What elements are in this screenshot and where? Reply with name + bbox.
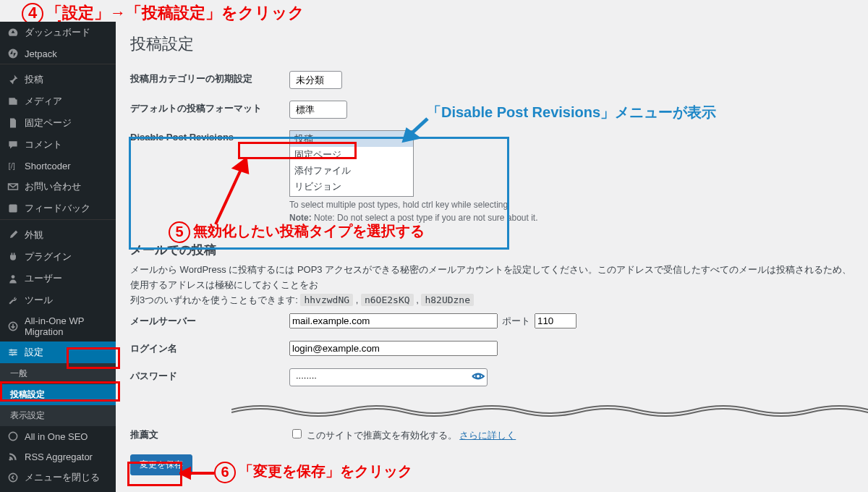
svg-point-12 [12,354,14,356]
sidebar-item-label: お問い合わせ [25,180,81,193]
recommend-link[interactable]: さらに詳しく [459,430,516,441]
settings-content: 投稿設定 投稿用カテゴリーの初期設定 未分類 デフォルトの投稿フォーマット 標準… [116,22,868,492]
sidebar-item[interactable]: メニューを閉じる [0,467,116,488]
sidebar-item[interactable]: フィードバック [0,198,116,219]
svg-point-2 [9,49,18,59]
default-format-label: デフォルトの投稿フォーマット [130,95,282,124]
sidebar-item[interactable]: 外観 [0,224,116,246]
admin-sidebar: ダッシュボードJetpack投稿メディア固定ページコメント[/]Shortcod… [0,22,116,492]
sidebar-item-label: フィードバック [25,202,90,215]
login-name-label: ログイン名 [130,335,282,362]
mail-server-label: メールサーバー [130,308,282,335]
page-title: 投稿設定 [130,33,854,55]
svg-point-15 [9,473,17,481]
svg-line-19 [216,165,243,224]
annotation-red-option-box [238,142,357,159]
sidebar-item-label: ダッシュボード [25,26,90,39]
port-label: ポート [502,315,530,328]
mail-server-input[interactable] [289,313,498,328]
sidebar-item-label: 表示設定 [10,410,45,422]
svg-point-16 [476,374,480,378]
svg-rect-4 [9,204,17,212]
annotation-arrow-5 [201,158,259,230]
sidebar-item[interactable]: 投稿 [0,69,116,90]
sidebar-item[interactable]: Jetpack [0,43,116,64]
svg-point-13 [9,432,17,440]
sidebar-item-label: メディア [25,95,62,108]
sidebar-item-label: All in One SEO [25,431,88,442]
sidebar-item-label: 投稿 [25,73,43,86]
sidebar-item[interactable]: ダッシュボード [0,22,116,43]
sidebar-item[interactable]: 表示設定 [0,405,116,426]
sidebar-item-label: 設定 [25,346,43,359]
sidebar-item[interactable]: RSS Aggregator [0,446,116,467]
annotation-red-save-box [127,462,182,486]
sidebar-item[interactable]: [/]Shortcoder [0,156,116,176]
login-name-input[interactable] [289,341,498,356]
sidebar-item[interactable]: コメント [0,134,116,156]
sidebar-item[interactable]: ツール [0,289,116,311]
sidebar-item-label: 一般 [10,368,27,380]
svg-text:[/]: [/] [9,161,15,170]
port-input[interactable] [535,313,576,328]
sidebar-item-label: 固定ページ [25,116,72,130]
sidebar-item-label: メニューを閉じる [25,471,100,484]
mail-post-desc: メールから WordPress に投稿するには POP3 アクセスができる秘密の… [130,263,854,308]
default-format-select[interactable]: 標準 [289,101,347,119]
sidebar-item-label: 外観 [25,229,43,242]
sidebar-item-label: Shortcoder [25,161,71,171]
sidebar-item[interactable]: お問い合わせ [0,176,116,198]
default-category-label: 投稿用カテゴリーの初期設定 [130,65,282,95]
password-input[interactable] [289,368,488,386]
sidebar-item-label: ユーザー [25,272,62,285]
svg-marker-22 [181,469,190,478]
sidebar-item[interactable]: ユーザー [0,268,116,289]
sidebar-item-label: Jetpack [25,48,57,59]
annotation-blue-arrow [401,114,430,143]
sidebar-item-label: RSS Aggregator [25,451,93,462]
password-label: パスワード [130,362,282,392]
annotation-arrow-6 [179,466,216,480]
show-password-icon[interactable] [472,370,485,385]
sidebar-item[interactable]: All-in-One WP Migration [0,311,116,342]
sidebar-item[interactable]: プラグイン [0,246,116,268]
recommend-label: 推薦文 [130,421,282,449]
sidebar-item-label: コメント [25,138,62,151]
svg-marker-20 [234,159,247,172]
sidebar-item-label: All-in-One WP Migration [25,315,109,337]
recommend-checkbox[interactable] [292,429,302,438]
annotation-red-submenu-box [0,381,120,402]
svg-point-5 [12,275,15,279]
sidebar-item[interactable]: All in One SEO [0,426,116,446]
sidebar-item-label: プラグイン [25,250,72,263]
recommend-text: このサイトで推薦文を有効化する。 [307,430,457,441]
svg-point-14 [9,458,11,460]
annotation-red-settings-box [67,347,120,369]
sidebar-item-label: ツール [25,294,53,307]
sidebar-item[interactable]: 固定ページ [0,112,116,134]
default-category-select[interactable]: 未分類 [289,71,342,89]
sidebar-item[interactable]: メディア [0,90,116,112]
content-break [231,402,868,417]
svg-point-11 [14,351,16,353]
svg-point-10 [10,349,12,351]
